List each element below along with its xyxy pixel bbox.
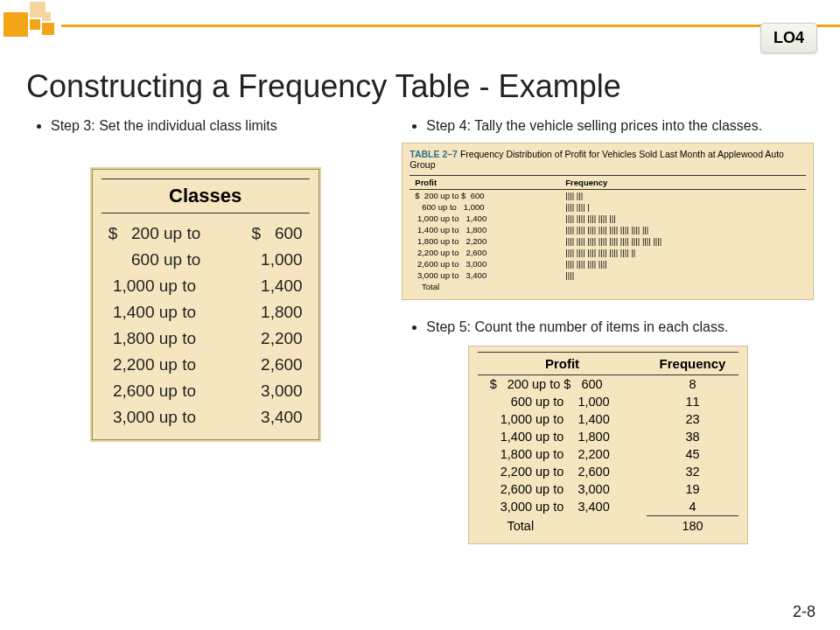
table-row: 2,600 up to 3,000|||| |||| |||| |||| — [410, 258, 806, 270]
table-row: 2,600 up to 3,00019 — [478, 480, 738, 498]
col-frequency: Frequency — [647, 353, 738, 375]
table-row: 1,400 up to 1,800 — [93, 299, 318, 326]
slide-title: Constructing a Frequency Table - Example — [26, 68, 621, 105]
table-2-7-caption: TABLE 2–7 Frequency Distribution of Prof… — [410, 149, 806, 170]
col-profit: Profit — [410, 176, 560, 190]
table-2-7-label: TABLE 2–7 — [410, 149, 458, 159]
left-column: Step 3: Set the individual class limits … — [26, 118, 384, 544]
table-row: 1,400 up to 1,80038 — [478, 428, 738, 445]
table-2-7: TABLE 2–7 Frequency Distribution of Prof… — [402, 143, 814, 300]
table-row: 600 up to 1,000 — [93, 247, 318, 273]
table-row: 2,200 up to 2,600 — [93, 352, 318, 378]
step-list-right: Step 4: Tally the vehicle selling prices… — [402, 118, 814, 134]
table-row: 2,200 up to 2,60032 — [478, 463, 738, 480]
table-row: 2,200 up to 2,600|||| |||| |||| |||| |||… — [410, 247, 806, 258]
slide-decoration — [0, 0, 840, 35]
table-row: 2,600 up to 3,000 — [93, 378, 318, 404]
step-5-text: Step 5: Count the number of items in eac… — [426, 319, 814, 335]
table-row: 1,000 up to 1,400|||| |||| |||| |||| ||| — [410, 213, 806, 224]
table-row: Total — [410, 281, 806, 292]
col-profit: Profit — [478, 353, 648, 375]
table-row: 1,000 up to 1,400 — [93, 273, 318, 299]
step-list-right-2: Step 5: Count the number of items in eac… — [402, 319, 814, 335]
right-column: Step 4: Tally the vehicle selling prices… — [402, 118, 814, 544]
table-row: 1,000 up to 1,40023 — [478, 410, 738, 428]
step-list-left: Step 3: Set the individual class limits — [26, 118, 384, 134]
table-row: 3,000 up to 3,400 — [93, 404, 318, 430]
classes-table: Classes $ 200 up to$ 600 600 up to 1,000… — [92, 169, 319, 440]
table-row: 1,800 up to 2,20045 — [478, 445, 738, 463]
table-row: 3,000 up to 3,400|||| — [410, 270, 806, 281]
slide-content: Step 3: Set the individual class limits … — [26, 118, 814, 544]
col-frequency: Frequency — [560, 176, 806, 190]
table-row: 600 up to 1,000|||| |||| | — [410, 201, 806, 213]
table-2-7-caption-text: Frequency Distribution of Profit for Veh… — [410, 149, 784, 170]
table-row: 1,800 up to 2,200|||| |||| |||| |||| |||… — [410, 235, 806, 247]
learning-objective-badge: LO4 — [760, 23, 817, 53]
classes-header: Classes — [102, 178, 310, 214]
table-row: 600 up to 1,00011 — [478, 393, 738, 410]
step-4-text: Step 4: Tally the vehicle selling prices… — [426, 118, 814, 134]
frequency-count-table: Profit Frequency $ 200 up to $ 6008 600 … — [468, 346, 748, 544]
table-row: $ 200 up to $ 600|||| ||| — [410, 190, 806, 202]
total-row: Total180 — [478, 516, 738, 536]
table-row: 1,800 up to 2,200 — [93, 326, 318, 352]
step-3-text: Step 3: Set the individual class limits — [51, 118, 384, 134]
table-row: 3,000 up to 3,4004 — [478, 498, 738, 516]
table-row: $ 200 up to $ 6008 — [478, 375, 738, 394]
page-number: 2-8 — [793, 603, 816, 621]
table-row: $ 200 up to$ 600 — [93, 220, 318, 247]
table-row: 1,400 up to 1,800|||| |||| |||| |||| |||… — [410, 224, 806, 235]
